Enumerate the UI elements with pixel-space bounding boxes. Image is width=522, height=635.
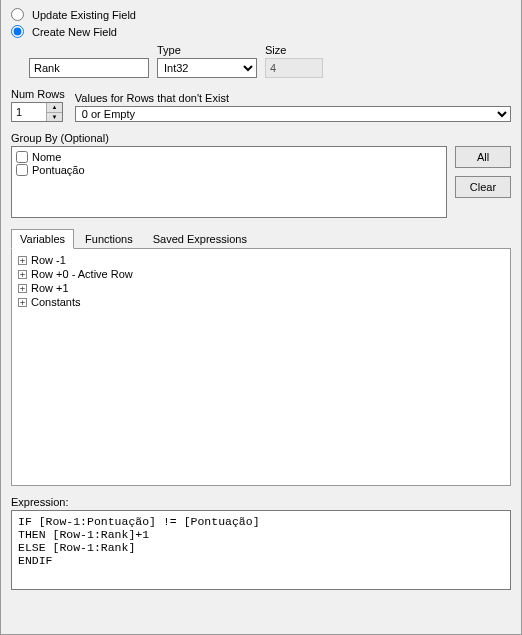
tree-item-label: Constants — [31, 295, 81, 309]
group-by-item-label: Pontuação — [32, 164, 85, 176]
spinner-down-icon[interactable]: ▼ — [47, 113, 62, 122]
size-input — [265, 58, 323, 78]
group-by-checkbox[interactable] — [16, 164, 28, 176]
field-name-input[interactable] — [29, 58, 149, 78]
num-rows-label: Num Rows — [11, 88, 65, 100]
create-new-radio[interactable] — [11, 25, 24, 38]
update-existing-radio[interactable] — [11, 8, 24, 21]
tab-saved-expressions[interactable]: Saved Expressions — [144, 229, 256, 249]
create-new-field-option[interactable]: Create New Field — [11, 25, 511, 38]
create-new-label: Create New Field — [32, 26, 117, 38]
expand-icon[interactable]: + — [18, 270, 27, 279]
group-by-item[interactable]: Pontuação — [16, 164, 442, 176]
tab-variables[interactable]: Variables — [11, 229, 74, 249]
group-by-item[interactable]: Nome — [16, 151, 442, 163]
all-button[interactable]: All — [455, 146, 511, 168]
expand-icon[interactable]: + — [18, 256, 27, 265]
values-missing-select[interactable]: 0 or Empty — [75, 106, 511, 122]
size-label: Size — [265, 44, 323, 56]
num-rows-spinner[interactable]: ▲ ▼ — [11, 102, 63, 122]
update-existing-field-option[interactable]: Update Existing Field — [11, 8, 511, 21]
expression-label: Expression: — [11, 496, 511, 508]
tree-item[interactable]: + Row +1 — [14, 281, 508, 295]
tab-functions[interactable]: Functions — [76, 229, 142, 249]
group-by-item-label: Nome — [32, 151, 61, 163]
type-select[interactable]: Int32 — [157, 58, 257, 78]
expand-icon[interactable]: + — [18, 298, 27, 307]
tree-item[interactable]: + Row +0 - Active Row — [14, 267, 508, 281]
tree-item-label: Row -1 — [31, 253, 66, 267]
tree-item-label: Row +1 — [31, 281, 69, 295]
group-by-list: Nome Pontuação — [11, 146, 447, 218]
type-label: Type — [157, 44, 257, 56]
group-by-label: Group By (Optional) — [11, 132, 511, 144]
num-rows-input[interactable] — [12, 103, 46, 121]
expression-tabs: Variables Functions Saved Expressions — [11, 228, 511, 249]
update-existing-label: Update Existing Field — [32, 9, 136, 21]
variables-tree: + Row -1 + Row +0 - Active Row + Row +1 … — [11, 248, 511, 486]
clear-button[interactable]: Clear — [455, 176, 511, 198]
tree-item[interactable]: + Row -1 — [14, 253, 508, 267]
tree-item[interactable]: + Constants — [14, 295, 508, 309]
group-by-checkbox[interactable] — [16, 151, 28, 163]
spinner-up-icon[interactable]: ▲ — [47, 103, 62, 113]
expression-editor[interactable]: IF [Row-1:Pontuação] != [Pontuação] THEN… — [11, 510, 511, 590]
tool-config-panel: Update Existing Field Create New Field T… — [0, 0, 522, 635]
expand-icon[interactable]: + — [18, 284, 27, 293]
values-missing-label: Values for Rows that don't Exist — [75, 92, 511, 104]
tree-item-label: Row +0 - Active Row — [31, 267, 133, 281]
